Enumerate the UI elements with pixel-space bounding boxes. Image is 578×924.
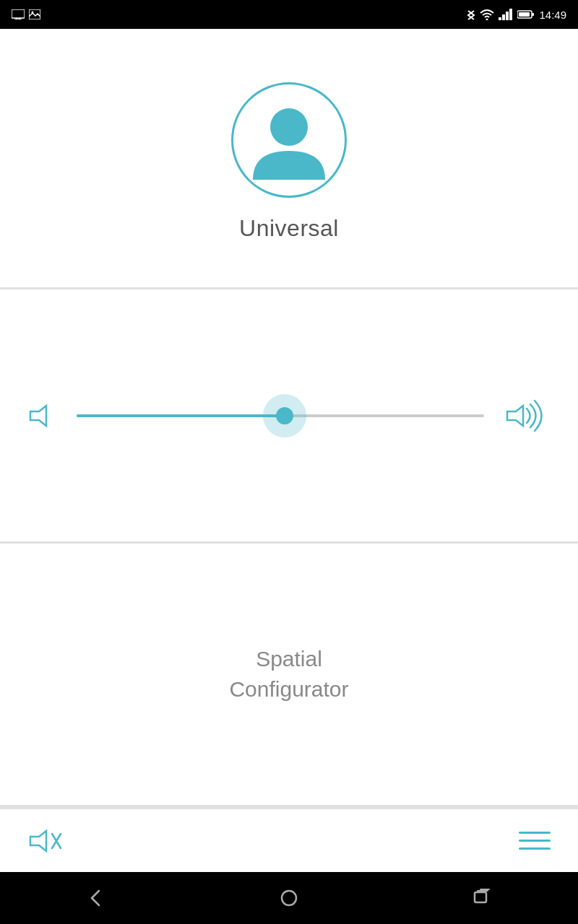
status-bar-right: 14:49 [467,8,566,21]
volume-low-icon [22,396,62,436]
profile-section: Universal [0,29,578,287]
svg-rect-21 [475,892,486,902]
volume-section [0,289,578,541]
bottom-toolbar [0,807,578,872]
mute-button[interactable] [22,819,65,863]
slider-fill [77,414,285,417]
svg-rect-9 [506,12,509,20]
svg-point-14 [270,108,308,146]
menu-line-1 [519,832,551,834]
back-button[interactable] [74,876,118,920]
avatar[interactable] [231,82,347,198]
status-time: 14:49 [539,9,566,21]
spatial-text: SpatialConfigurator [229,644,348,705]
recent-apps-button[interactable] [460,876,504,920]
svg-rect-12 [532,13,534,16]
screen-icon [12,9,25,19]
image-icon [29,9,40,19]
status-bar-left [12,9,40,19]
menu-button[interactable] [513,819,556,863]
svg-marker-16 [507,406,523,426]
svg-rect-13 [519,12,530,17]
home-button[interactable] [267,876,311,920]
menu-line-3 [519,847,551,850]
svg-rect-10 [509,9,512,20]
status-bar: 14:49 [0,0,578,29]
main-content: Universal [0,29,578,872]
svg-point-6 [486,19,488,21]
spatial-section[interactable]: SpatialConfigurator [0,544,578,805]
bluetooth-icon [467,8,475,21]
svg-rect-7 [499,17,501,20]
volume-slider[interactable] [77,387,484,445]
svg-point-20 [282,891,296,905]
wifi-icon [480,9,494,20]
menu-line-2 [519,840,551,842]
signal-icon [499,9,513,20]
volume-high-icon [499,396,556,436]
slider-track [77,414,484,417]
svg-marker-17 [30,831,46,851]
nav-bar [0,872,578,924]
slider-thumb[interactable] [263,394,306,437]
profile-name: Universal [239,215,339,242]
svg-marker-15 [30,406,46,426]
avatar-image [246,97,332,183]
battery-icon [517,9,535,19]
svg-rect-8 [502,14,505,20]
svg-rect-0 [12,9,25,18]
slider-thumb-inner [276,407,293,424]
